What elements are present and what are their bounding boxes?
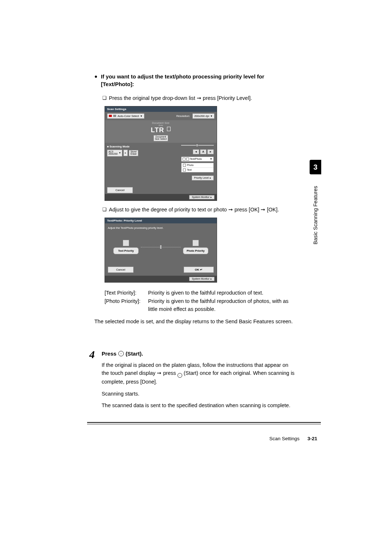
instr2-post: [OK].	[265, 207, 279, 212]
auto-color-dropdown[interactable]: Auto-Color Select ▼	[107, 113, 144, 119]
arrow-icon: ➞	[261, 207, 265, 212]
arrow-icon: ➞	[157, 370, 162, 376]
original-type-menu: Photo Text	[181, 163, 214, 173]
chapter-tab: 3	[310, 160, 321, 174]
enter-icon: ↵	[200, 268, 203, 271]
step4-heading: Press (Start).	[102, 351, 295, 357]
arrow-right-button[interactable]: ▸	[123, 150, 128, 156]
photo-priority-def-text: Priority is given to the faithful reprod…	[148, 297, 294, 313]
priority-level-button[interactable]: Priority Level ▸	[192, 175, 214, 181]
priority-slider[interactable]	[141, 245, 181, 249]
menu-item-text[interactable]: Text	[181, 168, 213, 172]
step4-p2: Scanning starts.	[102, 390, 295, 398]
ltr-text: LTR	[151, 126, 164, 134]
system-monitor-button[interactable]: System Monitor▸	[189, 195, 215, 199]
page-number: 3-21	[307, 436, 317, 441]
text-photo-label: Text/Photo	[190, 158, 202, 160]
priority-level-label: Priority Level	[194, 177, 209, 179]
text-icon	[183, 158, 185, 161]
instr2-mid: press [OK]	[233, 207, 261, 212]
ss1-title: Scan Settings	[105, 106, 217, 112]
step4-p3: The scanned data is sent to the specifie…	[102, 401, 295, 409]
bw-swatch-icon	[113, 115, 116, 117]
photo-icon	[186, 158, 189, 161]
chevron-down-icon: ▼	[210, 158, 212, 160]
photo-priority-button[interactable]: Photo Priority	[183, 240, 208, 254]
text-priority-button[interactable]: Text Priority	[113, 240, 139, 254]
chevron-right-icon: ▸	[211, 196, 212, 199]
density-auto-button[interactable]: A	[200, 149, 207, 154]
scan-settings-screenshot: Scan Settings Auto-Color Select ▼ Resolu…	[105, 106, 217, 201]
chapter-label: Basic Scanning Features	[310, 179, 321, 251]
arrow-icon: ➞	[197, 95, 201, 101]
density-slider[interactable]	[181, 143, 214, 147]
menu-photo-label: Photo	[187, 164, 193, 166]
ss2-instruction: Adjust the Text/Photo processing priorit…	[108, 226, 214, 230]
menu-text-label: Text	[187, 169, 192, 171]
text-priority-def-label: [Text Priority]:	[105, 289, 148, 297]
chevron-down-icon: ▼	[210, 115, 213, 117]
ss2-title: Text/Photo: Priority Level	[105, 218, 217, 223]
sysmon-label: System Monitor	[192, 196, 209, 198]
resolution-value: 200x200 dpi	[194, 114, 209, 118]
color-swatch-icon	[109, 115, 112, 117]
original-type-dropdown[interactable]: Text/Photo ▼	[181, 157, 214, 162]
sysmon-label: System Monitor	[192, 278, 209, 280]
footer-section: Scan Settings	[269, 436, 299, 441]
photo-priority-label: Photo Priority	[183, 247, 208, 254]
footer-rule-thin	[87, 424, 321, 424]
acs-line2: 200x200	[109, 153, 118, 155]
doc-size-label: Document Size	[107, 122, 215, 124]
step4-p1: If the original is placed on the platen …	[102, 361, 295, 386]
text-icon	[123, 240, 129, 246]
resolution-label: Resolution:	[176, 114, 190, 118]
doc-size-select-button[interactable]: Document Size Select	[154, 135, 168, 141]
text-priority-def-text: Priority is given to the faithful reprod…	[148, 289, 294, 297]
resolution-dropdown[interactable]: 200x200 dpi ▼	[192, 113, 215, 119]
result-text: The selected mode is set, and the displa…	[94, 318, 294, 326]
store-erase-button[interactable]: Store/ Erase	[129, 150, 138, 156]
p1-mid: press	[162, 370, 177, 376]
instr2-pre: Adjust to give the degree of priority to…	[109, 207, 228, 212]
density-down-button[interactable]: ◂	[193, 149, 199, 154]
text-priority-label: Text Priority	[113, 247, 139, 254]
start-icon	[177, 373, 182, 378]
start-icon	[118, 351, 124, 356]
step4-head-post: (Start).	[126, 351, 143, 357]
system-monitor-button[interactable]: System Monitor▸	[189, 277, 215, 281]
step4-head-pre: Press	[102, 351, 117, 357]
instr1-pre: Press the original type drop-down list	[109, 95, 197, 101]
photo-priority-def-label: [Photo Priority]:	[105, 297, 148, 313]
scan-mode-text: Scanning Mode	[110, 145, 130, 148]
priority-level-screenshot: Text/Photo: Priority Level Adjust the Te…	[105, 218, 217, 283]
acs-dropdown[interactable]: ACS 200x200 ▼	[107, 150, 122, 157]
cancel-button[interactable]: Cancel	[107, 187, 133, 193]
instruction-1: Press the original type drop-down list ➞…	[94, 94, 294, 102]
menu-item-photo[interactable]: Photo	[181, 163, 213, 168]
ok-button[interactable]: OK ↵	[184, 267, 214, 273]
footer: Scan Settings 3-21	[269, 436, 317, 441]
cancel-button[interactable]: Cancel	[108, 267, 134, 273]
orientation-icon	[167, 127, 171, 131]
text-icon	[183, 169, 186, 171]
auto-color-label: Auto-Color Select	[118, 114, 139, 118]
photo-icon	[192, 240, 199, 246]
chevron-right-icon: ▸	[211, 278, 212, 280]
instruction-2: Adjust to give the degree of priority to…	[94, 206, 294, 214]
arrow-icon: ➞	[228, 207, 233, 212]
photo-icon	[183, 164, 186, 167]
section-heading: If you want to adjust the text/photo pro…	[94, 73, 294, 88]
ok-label: OK	[195, 268, 199, 271]
chevron-right-icon: ▸	[210, 177, 211, 179]
chevron-down-icon: ▼	[140, 115, 143, 117]
chevron-down-icon: ▼	[119, 152, 121, 154]
instr1-post: press [Priority Level].	[201, 95, 252, 101]
step-number: 4	[89, 348, 95, 361]
density-up-button[interactable]: ▸	[207, 149, 214, 154]
